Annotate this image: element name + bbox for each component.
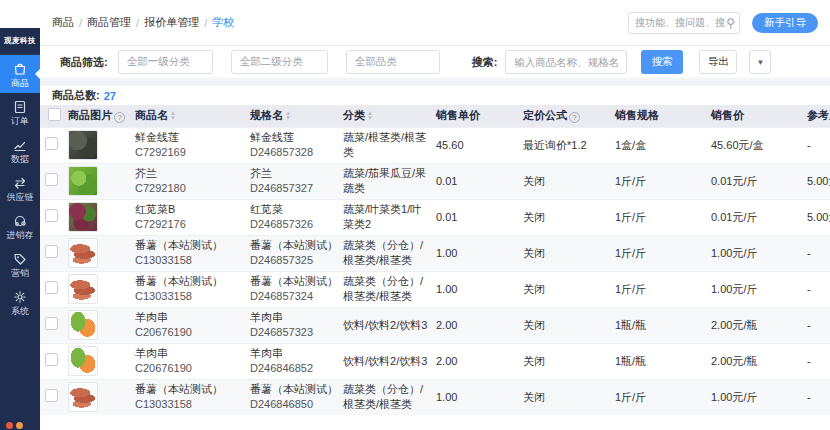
search-button[interactable]: 搜索	[641, 50, 683, 74]
select-all-checkbox[interactable]	[48, 108, 61, 121]
export-dropdown-button[interactable]: ▼	[749, 50, 771, 74]
pricing-formula-cell: 关闭	[521, 235, 613, 271]
column-header-label: 定价公式	[523, 109, 567, 121]
pricing-formula-cell: 关闭	[521, 163, 613, 199]
sidebar-item-orders[interactable]: 订单	[0, 93, 40, 131]
row-image-cell	[66, 163, 133, 199]
row-checkbox[interactable]	[45, 389, 58, 402]
spec-code: D246846850	[250, 397, 339, 412]
sidebar-item-label: 供应链	[7, 193, 34, 202]
sale-price-cell: 0.01元/斤	[709, 199, 805, 235]
unit-price-cell: 0.01	[434, 199, 521, 235]
sidebar-item-marketing[interactable]: 营销	[0, 245, 40, 283]
product-image[interactable]	[68, 130, 98, 160]
product-code: C7292169	[135, 145, 246, 160]
sale-spec-cell: 1斤/斤	[613, 379, 709, 415]
spec-name: 羊肉串	[250, 346, 339, 361]
sale-price-cell: 0.01元/斤	[709, 163, 805, 199]
global-search[interactable]: ⚲	[628, 12, 740, 34]
product-image[interactable]	[68, 166, 98, 196]
product-name: 番薯（本站测试）	[135, 238, 246, 253]
sidebar-item-supply-chain[interactable]: 供应链	[0, 169, 40, 207]
orders-icon	[12, 99, 28, 115]
header-checkbox-cell	[40, 105, 66, 127]
row-checkbox[interactable]	[45, 317, 58, 330]
spec-name-cell: 番薯（本站测试）D246857325	[248, 235, 341, 271]
product-name: 红苋菜B	[135, 202, 246, 217]
row-checkbox-cell	[40, 343, 66, 379]
product-name-cell: 番薯（本站测试）C13033158	[133, 235, 248, 271]
product-name-cell: 鲜金线莲C7292169	[133, 127, 248, 163]
column-header[interactable]: 商品名▲▼	[133, 105, 248, 127]
export-button[interactable]: 导出	[699, 50, 737, 74]
filter-bar: 商品筛选: 全部一级分类 全部二级分类 全部品类 搜索: 搜索 导出 ▼	[40, 46, 830, 78]
sale-spec-cell: 1斤/斤	[613, 271, 709, 307]
breadcrumb-item[interactable]: 报价单管理	[144, 15, 199, 30]
product-image[interactable]	[68, 202, 98, 232]
unit-price-cell: 45.60	[434, 127, 521, 163]
row-image-cell	[66, 127, 133, 163]
column-header: 销售规格	[613, 105, 709, 127]
product-table: 商品图片?商品名▲▼规格名▲▼分类▲▼销售单价定价公式?销售规格销售价参考成本 …	[40, 105, 830, 415]
column-header: 参考成本	[805, 105, 830, 127]
chevron-down-icon: ▼	[756, 58, 764, 67]
column-header: 定价公式?	[521, 105, 613, 127]
product-image[interactable]	[68, 346, 98, 376]
help-icon[interactable]: ?	[569, 112, 580, 123]
breadcrumb-item[interactable]: 商品	[52, 15, 74, 30]
spec-name: 番薯（本站测试）	[250, 238, 339, 253]
sort-icon[interactable]: ▲▼	[170, 111, 176, 121]
row-checkbox[interactable]	[45, 209, 58, 222]
spec-name: 羊肉串	[250, 310, 339, 325]
sale-spec-cell: 1盒/盒	[613, 127, 709, 163]
sale-spec-cell: 1斤/斤	[613, 235, 709, 271]
filter-category-level1[interactable]: 全部一级分类	[118, 50, 213, 74]
ref-cost-cell: -	[805, 271, 830, 307]
column-header-label: 商品图片	[68, 109, 112, 121]
spec-name-cell: 番薯（本站测试）D246846850	[248, 379, 341, 415]
sidebar-item-inventory[interactable]: 进销存	[0, 207, 40, 245]
row-checkbox[interactable]	[45, 137, 58, 150]
category-cell: 蔬菜类（分仓）/根茎类/根茎类	[341, 271, 434, 307]
category-cell: 蔬菜类（分仓）/根茎类/根茎类	[341, 379, 434, 415]
sidebar-item-products[interactable]: 商品	[0, 55, 40, 93]
product-image[interactable]	[68, 238, 98, 268]
product-image[interactable]	[68, 310, 98, 340]
filter-category-level2[interactable]: 全部二级分类	[231, 50, 328, 74]
spec-code: D246857326	[250, 217, 339, 232]
sort-icon[interactable]: ▲▼	[367, 111, 373, 121]
spec-code: D246857323	[250, 325, 339, 340]
ref-cost-cell: -	[805, 235, 830, 271]
sidebar-item-data[interactable]: 数据	[0, 131, 40, 169]
column-header[interactable]: 规格名▲▼	[248, 105, 341, 127]
help-icon[interactable]: ?	[114, 112, 125, 123]
breadcrumb-item[interactable]: 商品管理	[87, 15, 131, 30]
row-checkbox-cell	[40, 199, 66, 235]
product-search-input[interactable]	[505, 50, 627, 74]
product-image[interactable]	[68, 274, 98, 304]
spec-code: D246857325	[250, 253, 339, 268]
row-checkbox[interactable]	[45, 173, 58, 186]
row-checkbox[interactable]	[45, 245, 58, 258]
breadcrumb-item[interactable]: 学校	[212, 15, 234, 30]
table-row: 红苋菜BC7292176红苋菜D246857326蔬菜/叶菜类1/叶菜类20.0…	[40, 199, 830, 235]
row-checkbox[interactable]	[45, 353, 58, 366]
beginner-guide-button[interactable]: 新手引导	[752, 13, 818, 33]
column-header-label: 分类	[343, 109, 365, 121]
row-checkbox[interactable]	[45, 281, 58, 294]
sort-icon[interactable]: ▲▼	[285, 111, 291, 121]
column-header[interactable]: 分类▲▼	[341, 105, 434, 127]
category-cell: 蔬菜/根茎类/根茎类	[341, 127, 434, 163]
sidebar-item-system[interactable]: 系统	[0, 283, 40, 321]
category-cell: 蔬菜/叶菜类1/叶菜类2	[341, 199, 434, 235]
table-header-row: 商品图片?商品名▲▼规格名▲▼分类▲▼销售单价定价公式?销售规格销售价参考成本	[40, 105, 830, 127]
sidebar-item-label: 营销	[11, 269, 29, 278]
unit-price-cell: 1.00	[434, 235, 521, 271]
filter-category-type[interactable]: 全部品类	[346, 50, 440, 74]
product-image[interactable]	[68, 382, 98, 412]
sidebar-item-label: 进销存	[7, 231, 34, 240]
global-search-input[interactable]	[635, 17, 726, 28]
product-name: 鲜金线莲	[135, 130, 246, 145]
app-window: 观麦科技 商品订单数据供应链进销存营销系统 商品/商品管理/报价单管理/学校 ⚲…	[0, 0, 830, 430]
product-name: 番薯（本站测试）	[135, 382, 246, 397]
